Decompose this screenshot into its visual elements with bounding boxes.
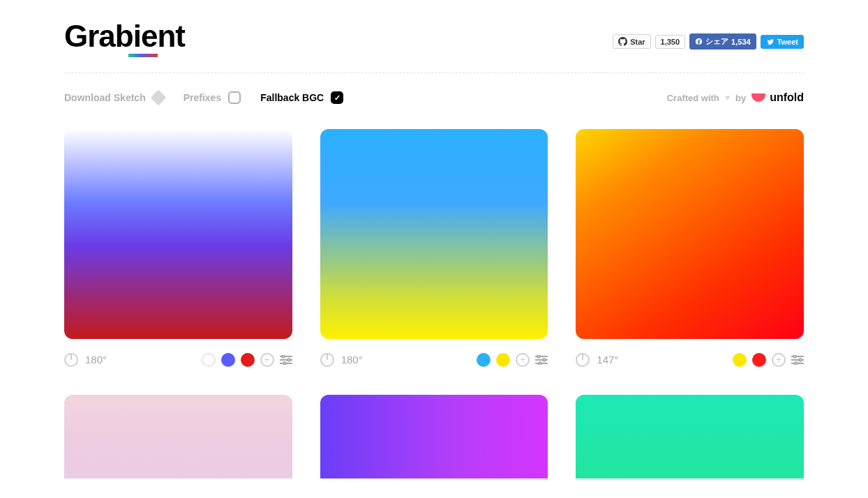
gradient-card: 147° +: [576, 129, 804, 367]
angle-icon: [576, 353, 590, 367]
fallback-bgc-toggle[interactable]: Fallback BGC ✓: [260, 91, 343, 104]
check-icon: ✓: [334, 94, 341, 102]
add-color-button[interactable]: +: [260, 353, 274, 367]
add-color-button[interactable]: +: [772, 353, 786, 367]
facebook-icon: [695, 38, 703, 45]
sketch-icon: [150, 90, 166, 106]
gradient-card: 180° +: [64, 129, 292, 367]
settings-sliders-icon[interactable]: [791, 355, 804, 365]
unfold-label: unfold: [770, 91, 804, 104]
github-star-button[interactable]: Star: [613, 34, 650, 49]
gradient-card: [320, 395, 548, 478]
facebook-share-count: 1,534: [731, 38, 751, 46]
heart-icon: ♥: [725, 93, 730, 103]
svg-point-5: [283, 362, 286, 365]
svg-point-3: [282, 355, 285, 358]
fallback-bgc-label: Fallback BGC: [260, 92, 324, 103]
angle-control[interactable]: 147°: [576, 353, 618, 367]
twitter-tweet-button[interactable]: Tweet: [761, 35, 804, 49]
svg-point-16: [799, 359, 802, 361]
card-controls: 180° +: [64, 353, 292, 367]
color-swatch[interactable]: [221, 353, 235, 367]
download-sketch-label: Download Sketch: [64, 92, 146, 103]
gradient-card: [576, 395, 804, 478]
angle-value: 180°: [85, 354, 107, 365]
facebook-share-label: シェア: [705, 36, 728, 47]
toolbar-left: Download Sketch Prefixes Fallback BGC ✓: [64, 91, 343, 104]
logo: Grabient: [64, 21, 185, 52]
settings-sliders-icon[interactable]: [535, 355, 548, 365]
social-buttons: Star 1,350 シェア 1,534 Tweet: [613, 33, 804, 50]
svg-point-4: [287, 359, 290, 361]
svg-point-10: [544, 359, 546, 361]
divider: [64, 73, 804, 73]
prefixes-toggle[interactable]: Prefixes: [184, 91, 241, 104]
prefixes-label: Prefixes: [184, 92, 221, 103]
angle-value: 147°: [597, 354, 618, 365]
color-swatch[interactable]: [477, 353, 491, 367]
twitter-tweet-label: Tweet: [777, 38, 798, 46]
header: Grabient Star 1,350 シェア 1,534 Tweet: [64, 21, 804, 73]
logo-text: Grabient: [64, 19, 185, 53]
swatches: +: [477, 353, 548, 367]
download-sketch-button[interactable]: Download Sketch: [64, 92, 164, 103]
svg-point-17: [795, 362, 798, 365]
angle-control[interactable]: 180°: [320, 353, 363, 367]
unfold-link[interactable]: unfold: [751, 91, 804, 104]
github-icon: [618, 37, 627, 46]
svg-point-15: [793, 355, 796, 358]
unfold-logo-icon: [751, 93, 765, 102]
gradient-card: [64, 395, 292, 478]
svg-point-9: [538, 355, 541, 358]
angle-value: 180°: [341, 354, 363, 365]
checkbox-unchecked-icon: [228, 91, 241, 104]
color-swatch[interactable]: [202, 353, 216, 367]
gradient-preview[interactable]: [320, 129, 548, 339]
gradient-grid: 180° + 180°: [64, 129, 804, 478]
gradient-card: 180° +: [320, 129, 548, 367]
checkbox-checked-icon: ✓: [331, 91, 343, 104]
swatches: +: [202, 353, 292, 367]
facebook-share-button[interactable]: シェア 1,534: [689, 33, 756, 50]
color-swatch[interactable]: [752, 353, 766, 367]
gradient-preview[interactable]: [64, 129, 292, 339]
angle-icon: [320, 353, 334, 367]
settings-sliders-icon[interactable]: [280, 355, 292, 365]
logo-underline: [128, 54, 158, 57]
add-color-button[interactable]: +: [516, 353, 530, 367]
angle-control[interactable]: 180°: [64, 353, 107, 367]
gradient-preview[interactable]: [576, 129, 804, 339]
github-star-count[interactable]: 1,350: [655, 35, 686, 49]
color-swatch[interactable]: [496, 353, 510, 367]
color-swatch[interactable]: [733, 353, 747, 367]
crafted-with-label: Crafted with: [667, 93, 719, 103]
gradient-preview[interactable]: [64, 395, 292, 478]
angle-icon: [64, 353, 78, 367]
color-swatch[interactable]: [241, 353, 255, 367]
toolbar-right: Crafted with ♥ by unfold: [667, 91, 804, 104]
github-star-label: Star: [630, 38, 645, 46]
card-controls: 180° +: [320, 353, 548, 367]
by-label: by: [735, 93, 746, 103]
gradient-preview[interactable]: [576, 395, 804, 478]
toolbar: Download Sketch Prefixes Fallback BGC ✓ …: [64, 91, 804, 104]
twitter-icon: [766, 38, 775, 45]
gradient-preview[interactable]: [320, 395, 548, 478]
swatches: +: [733, 353, 804, 367]
card-controls: 147° +: [576, 353, 804, 367]
svg-point-11: [539, 362, 542, 365]
